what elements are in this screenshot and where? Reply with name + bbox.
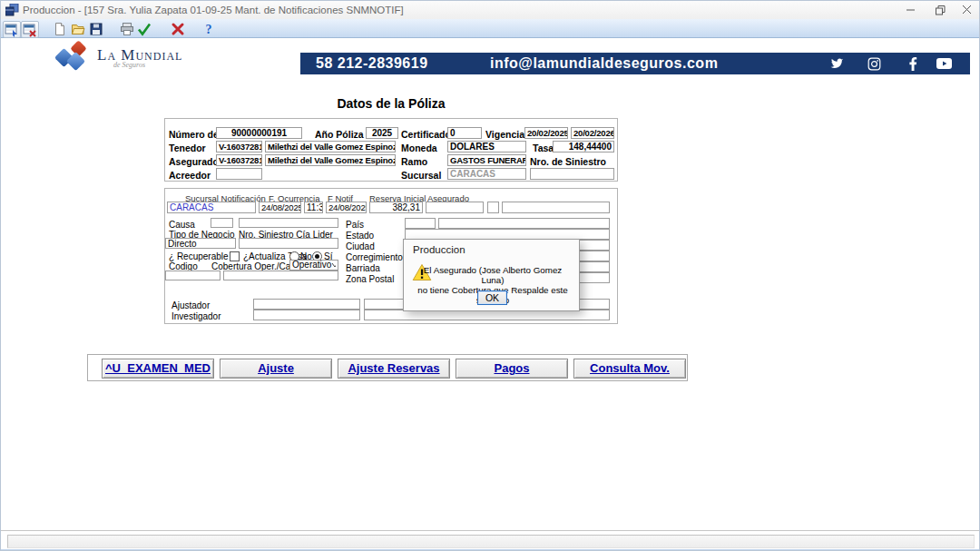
cobertura-tipo-dropdown[interactable]: Operativo — [289, 260, 338, 271]
twitter-icon[interactable] — [829, 56, 845, 71]
vigencia-label: Vigencia — [485, 129, 524, 140]
numero-poliza-field[interactable]: 90000000191 — [216, 127, 302, 139]
investigador-codigo-field[interactable] — [253, 310, 360, 320]
chevron-down-icon — [331, 263, 336, 268]
recuperable-label: ¿ Recuperable ? — [169, 251, 236, 261]
close-button[interactable] — [954, 1, 980, 19]
ajustador-label: Ajustador — [172, 300, 210, 310]
ok-button[interactable]: OK — [477, 290, 507, 305]
pagos-button[interactable]: Pagos — [456, 359, 568, 379]
asegurado-nombre-field[interactable]: Milethzi del Valle Gomez Espinoz — [265, 154, 396, 166]
delete-record-icon — [23, 23, 37, 37]
asegurado-codigo-field[interactable] — [426, 202, 484, 213]
facebook-icon[interactable] — [905, 56, 920, 71]
ajustador-codigo-field[interactable] — [253, 299, 360, 310]
sucursal-field: CARACAS — [447, 168, 526, 180]
barriada-label: Barriada — [346, 263, 380, 273]
confirm-button[interactable] — [136, 21, 152, 36]
cobertura-field[interactable] — [223, 271, 338, 280]
delete-button[interactable] — [170, 21, 186, 36]
estado-label: Estado — [346, 231, 374, 241]
window-title: Produccion - [157 Sra. Yulia Zapata 01-0… — [23, 5, 404, 15]
f-notif-field[interactable]: 24/08/2025 — [326, 202, 367, 213]
tasa-field[interactable]: 148,44400 — [553, 141, 614, 153]
tasa-label: Tasa — [533, 143, 554, 153]
delete-record-button[interactable] — [21, 21, 39, 38]
add-record-icon — [5, 23, 19, 37]
causa-desc-field[interactable] — [239, 218, 338, 228]
tenedor-id-field[interactable]: V-16037281 — [216, 141, 262, 153]
tenedor-nombre-field[interactable]: Milethzi del Valle Gomez Espinoz — [265, 141, 396, 153]
help-icon: ? — [201, 22, 216, 36]
anio-poliza-field[interactable]: 2025 — [366, 127, 398, 139]
sucursal-label: Sucursal — [401, 170, 441, 181]
pais-codigo-field[interactable] — [405, 218, 436, 229]
delete-x-icon — [171, 22, 185, 36]
ciudad-label: Ciudad — [346, 241, 375, 251]
codigo-field[interactable] — [165, 271, 220, 280]
asegurado-tipo-field[interactable] — [487, 202, 499, 213]
page-title: Datos de la Póliza — [255, 96, 527, 111]
minimize-button[interactable] — [897, 1, 925, 19]
open-file-button[interactable] — [70, 21, 86, 36]
actions-bar: ^U_EXAMEN_MED Ajuste Ajuste Reservas Pag… — [87, 354, 688, 381]
anio-poliza-label: Año Póliza — [315, 129, 364, 140]
consulta-mov-button[interactable]: Consulta Mov. — [573, 359, 686, 379]
vigencia-desde-field[interactable]: 20/02/2025 — [524, 127, 568, 139]
youtube-icon[interactable] — [936, 56, 952, 71]
save-icon — [89, 22, 103, 36]
asegurado-nombre-notif-field[interactable] — [502, 202, 610, 213]
acreedor-field[interactable] — [216, 168, 262, 180]
print-button[interactable] — [119, 21, 135, 36]
numero-label: Número de — [169, 129, 219, 140]
examen-med-button[interactable]: ^U_EXAMEN_MED — [102, 359, 214, 379]
reserva-inicial-field[interactable]: 382,31 — [369, 202, 423, 213]
nro-siniestro-field[interactable] — [530, 168, 614, 180]
instagram-icon[interactable] — [867, 56, 882, 71]
help-button[interactable]: ? — [201, 21, 217, 36]
pais-field[interactable] — [438, 218, 610, 229]
causa-label: Causa — [169, 220, 195, 230]
phone-number: 58 212-2839619 — [316, 55, 428, 72]
asegurado-id-field[interactable]: V-16037281 — [216, 154, 262, 166]
open-file-icon — [71, 22, 85, 36]
ajuste-reservas-button[interactable]: Ajuste Reservas — [338, 359, 450, 379]
moneda-label: Moneda — [401, 143, 437, 153]
certificado-field[interactable]: 0 — [447, 127, 482, 139]
ramo-field[interactable]: GASTOS FUNERARIO — [447, 154, 526, 166]
tenedor-label: Tenedor — [169, 143, 206, 153]
add-record-button[interactable] — [3, 21, 21, 38]
titlebar: Produccion - [157 Sra. Yulia Zapata 01-0… — [1, 1, 980, 19]
save-button[interactable] — [88, 21, 104, 36]
causa-codigo-field[interactable] — [211, 218, 233, 228]
app-icon — [5, 4, 19, 16]
app-window: Produccion - [157 Sra. Yulia Zapata 01-0… — [0, 0, 980, 551]
svg-text:?: ? — [206, 23, 212, 36]
new-document-button[interactable] — [52, 21, 68, 36]
toolbar: ? — [1, 19, 980, 38]
cobertura-tipo-value: Operativo — [292, 261, 331, 270]
print-icon — [120, 22, 134, 36]
ajuste-button[interactable]: Ajuste — [220, 359, 332, 379]
status-bar — [7, 535, 975, 548]
status-divider — [1, 530, 980, 532]
moneda-field[interactable]: DOLARES — [447, 141, 526, 153]
asegurado-label: Asegurado — [169, 156, 219, 167]
nro-siniestro-label: Nro. de Siniestro — [530, 156, 606, 167]
sucursal-notificacion-field[interactable]: CARACAS — [167, 202, 256, 213]
ramo-label: Ramo — [401, 156, 427, 167]
investigador-label: Investigador — [172, 311, 220, 321]
dialog-message-line1: El Asegurado (Jose Alberto Gomez Luna) — [415, 265, 571, 285]
hora-ocurrencia-field[interactable]: 11:36 — [304, 202, 323, 213]
restore-button[interactable] — [926, 1, 954, 19]
vigencia-hasta-field[interactable]: 20/02/2026 — [571, 127, 614, 139]
confirm-check-icon — [137, 22, 152, 36]
dialog-title: Produccion — [413, 244, 466, 255]
recuperable-checkbox[interactable] — [230, 251, 240, 261]
tipo-negocio-field[interactable]: Directo — [165, 238, 236, 249]
nro-siniestro-cia-field[interactable] — [239, 238, 338, 249]
pais-label: País — [346, 220, 364, 230]
f-ocurrencia-field[interactable]: 24/08/2025 — [259, 202, 301, 213]
certificado-label: Certificado — [401, 129, 451, 140]
zona-postal-label: Zona Postal — [346, 274, 394, 284]
